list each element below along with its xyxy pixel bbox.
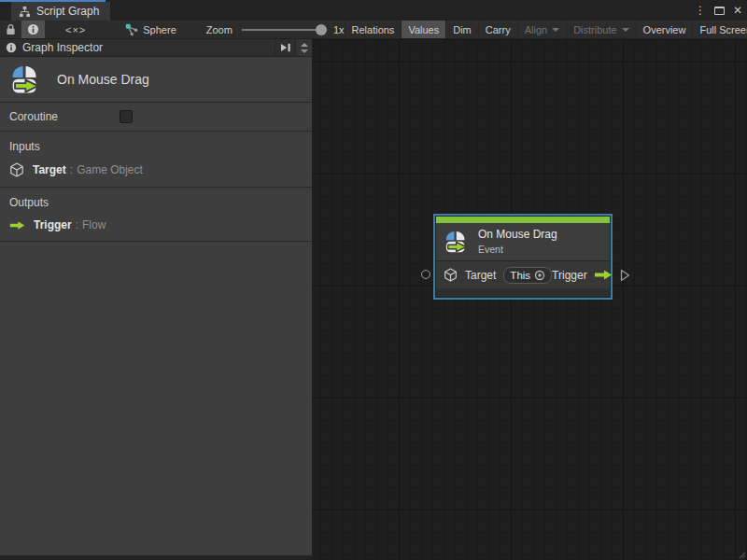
mouse-drag-icon xyxy=(444,231,468,253)
input-port-name: Target xyxy=(33,163,66,176)
inspector-header: Graph Inspector xyxy=(0,39,312,57)
target-picker-icon xyxy=(534,270,545,281)
graph-toolbar: <×> Sphere Zoom 1x Relations Values Dim … xyxy=(0,21,747,39)
panel-bottom-strip xyxy=(0,555,313,560)
node-subtitle: Event xyxy=(478,244,557,255)
inputs-heading: Inputs xyxy=(9,140,303,153)
maximize-icon[interactable] xyxy=(714,7,725,15)
zoom-slider[interactable] xyxy=(242,29,326,31)
output-port-type: Flow xyxy=(82,218,106,231)
dim-button[interactable]: Dim xyxy=(446,21,478,38)
graph-asset-icon xyxy=(125,23,138,36)
graph-asset-button[interactable]: Sphere xyxy=(120,21,181,38)
node-input-port[interactable] xyxy=(421,270,430,279)
scroll-down-icon[interactable] xyxy=(301,49,308,53)
zoom-slider-knob[interactable] xyxy=(316,24,327,35)
flow-arrow-icon xyxy=(9,220,25,231)
target-value-chip[interactable]: This xyxy=(503,267,552,284)
window-menu-icon[interactable]: ⋮ xyxy=(693,5,708,16)
title-bar: Script Graph ⋮ ✕ xyxy=(0,0,747,21)
toolbar-view-buttons: Relations Values Dim Carry Align Distrib… xyxy=(345,21,747,38)
inspector-title: Graph Inspector xyxy=(22,41,103,54)
output-port-name: Trigger xyxy=(34,218,72,231)
fullscreen-button[interactable]: Full Screen xyxy=(693,21,747,38)
input-port-row: Target : Game Object xyxy=(9,162,303,177)
node-input-label: Target xyxy=(465,269,496,282)
inputs-section: Inputs Target : Game Object xyxy=(0,132,312,188)
output-port-row: Trigger : Flow xyxy=(9,218,303,231)
flow-arrow-icon xyxy=(594,269,613,281)
inspector-toggle-button[interactable] xyxy=(21,21,45,38)
edit-source-button[interactable]: <×> xyxy=(45,21,106,38)
node-port-row: Target This Trigger xyxy=(436,261,610,288)
overview-button[interactable]: Overview xyxy=(637,21,693,38)
zoom-label: Zoom xyxy=(206,24,233,35)
info-icon xyxy=(27,23,39,35)
node-event-color-bar xyxy=(436,217,610,223)
zoom-control: Zoom 1x xyxy=(206,21,345,38)
game-object-cube-icon xyxy=(444,268,458,282)
dropdown-arrow-icon xyxy=(622,28,629,32)
distribute-button[interactable]: Distribute xyxy=(567,21,635,38)
game-object-cube-icon xyxy=(9,162,24,177)
tab-label: Script Graph xyxy=(36,5,99,18)
node-output-label: Trigger xyxy=(552,269,587,282)
node-output-port[interactable] xyxy=(620,269,630,282)
input-port-type: Game Object xyxy=(77,163,143,176)
script-graph-icon xyxy=(19,6,31,18)
lock-button[interactable] xyxy=(0,21,21,38)
graph-inspector-panel: Graph Inspector On Mouse Drag xyxy=(0,39,313,555)
node-header: On Mouse Drag Event xyxy=(436,223,610,260)
node-title: On Mouse Drag xyxy=(478,228,557,241)
code-icon: <×> xyxy=(65,24,86,35)
selected-node-summary: On Mouse Drag xyxy=(0,57,312,103)
node-footer xyxy=(436,288,610,297)
relations-button[interactable]: Relations xyxy=(345,21,402,38)
lock-icon xyxy=(6,23,16,35)
tab-script-graph[interactable]: Script Graph xyxy=(11,2,110,21)
carry-button[interactable]: Carry xyxy=(479,21,517,38)
resize-grip-icon[interactable] xyxy=(738,551,746,559)
inspector-node-title: On Mouse Drag xyxy=(57,72,149,87)
coroutine-checkbox[interactable] xyxy=(120,110,133,123)
graph-canvas[interactable]: On Mouse Drag Event Target This xyxy=(313,39,747,560)
zoom-value: 1x xyxy=(333,24,345,35)
on-mouse-drag-node[interactable]: On Mouse Drag Event Target This xyxy=(433,214,613,300)
dock-panel-button[interactable] xyxy=(275,39,295,56)
mouse-drag-icon xyxy=(9,65,40,93)
info-icon xyxy=(6,42,17,53)
values-button[interactable]: Values xyxy=(402,21,445,38)
panel-scroll-stepper[interactable] xyxy=(295,39,312,56)
outputs-heading: Outputs xyxy=(9,196,303,209)
scroll-up-icon[interactable] xyxy=(301,43,308,47)
align-button[interactable]: Align xyxy=(518,21,566,38)
coroutine-row: Coroutine xyxy=(0,103,312,132)
window-controls: ⋮ ✕ xyxy=(693,0,744,21)
dropdown-arrow-icon xyxy=(552,28,559,32)
coroutine-label: Coroutine xyxy=(9,110,120,123)
dock-icon xyxy=(280,43,291,52)
close-icon[interactable]: ✕ xyxy=(731,5,744,16)
graph-asset-name: Sphere xyxy=(143,24,176,35)
outputs-section: Outputs Trigger : Flow xyxy=(0,188,312,242)
